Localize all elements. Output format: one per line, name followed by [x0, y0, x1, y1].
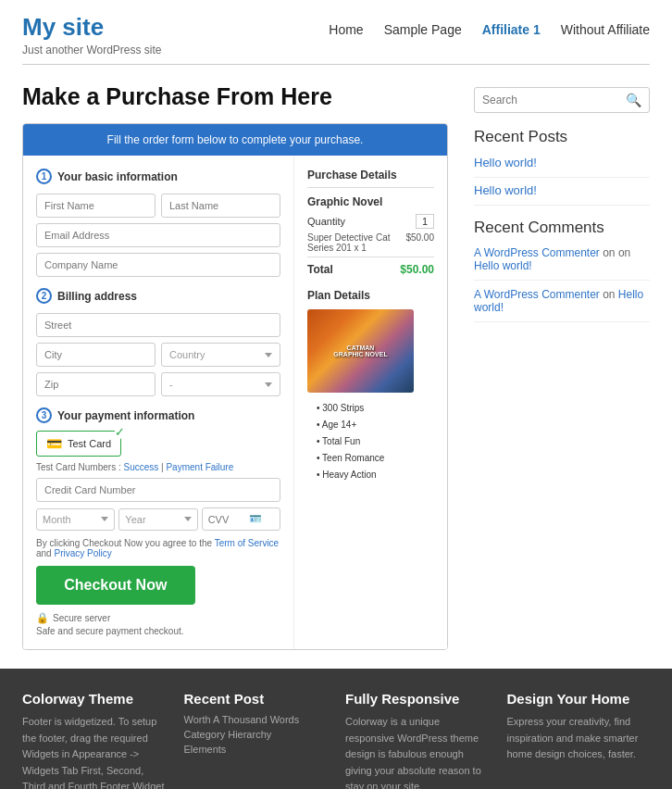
company-input[interactable] [36, 253, 280, 277]
post-link-2[interactable]: Hello world! [474, 183, 650, 206]
secure-desc: Safe and secure payment checkout. [36, 626, 280, 636]
product-name: Graphic Novel [307, 195, 434, 208]
footer-col-4: Design Your Home Express your creativity… [507, 691, 651, 789]
sidebar: 🔍 Recent Posts Hello world! Hello world!… [474, 83, 650, 650]
footer-col-2: Recent Post Worth A Thousand Words Categ… [184, 691, 328, 789]
footer-col1-title: Colorway Theme [22, 691, 166, 707]
item-price: $50.00 [405, 232, 434, 253]
secure-label: Secure server [53, 613, 110, 623]
quantity-label: Quantity [307, 216, 345, 227]
nav-sample-page[interactable]: Sample Page [384, 22, 462, 37]
step1-circle: 1 [36, 169, 52, 184]
comment-post-1[interactable]: Hello world! [474, 259, 532, 272]
search-box: 🔍 [474, 87, 650, 113]
footer-dark: Colorway Theme Footer is widgetized. To … [0, 669, 672, 789]
post-link-1[interactable]: Hello world! [474, 156, 650, 178]
recent-comments-title: Recent Comments [474, 219, 650, 237]
success-link[interactable]: Success [123, 462, 158, 472]
plan-img-overlay: CATMANGRAPHIC NOVEL [333, 344, 387, 357]
plan-features: • 300 Strips • Age 14+ • Total Fun • Tee… [307, 400, 434, 483]
footer-col3-text: Colorway is a unique responsive WordPres… [345, 714, 489, 789]
dash-select[interactable]: - [161, 372, 280, 396]
name-row [36, 194, 280, 218]
total-value: $50.00 [400, 263, 434, 276]
recent-posts-title: Recent Posts [474, 128, 650, 146]
footer-col3-title: Fully Responsive [345, 691, 489, 707]
total-label: Total [307, 263, 333, 276]
comment-1: A WordPress Commenter on on Hello world! [474, 246, 650, 281]
main-nav: Home Sample Page Affiliate 1 Without Aff… [329, 13, 650, 37]
quantity-box: 1 [416, 214, 434, 229]
city-country-row: Country [36, 343, 280, 367]
test-card-info: Test Card Numbers : Success | Payment Fa… [36, 462, 280, 472]
card-badge: 💳 Test Card ✓ [36, 431, 121, 457]
zip-dash-row: - [36, 372, 280, 396]
step1-header: 1 Your basic information [36, 169, 280, 184]
total-row: Total $50.00 [307, 257, 434, 276]
footer-col4-title: Design Your Home [507, 691, 651, 707]
country-select[interactable]: Country [161, 343, 280, 367]
plan-title: Plan Details [307, 289, 434, 302]
month-year-cvv-row: Month Year 🪪 [36, 507, 280, 531]
quantity-row: Quantity 1 [307, 214, 434, 229]
step2-header: 2 Billing address [36, 288, 280, 304]
last-name-input[interactable] [161, 194, 280, 218]
order-form-container: Fill the order form below to complete yo… [22, 123, 448, 650]
form-left: 1 Your basic information 2 Billing addre… [23, 156, 294, 649]
step2-circle: 2 [36, 288, 52, 304]
footer-link-1[interactable]: Worth A Thousand Words [184, 714, 328, 725]
site-tagline: Just another WordPress site [22, 44, 162, 56]
credit-card-input[interactable] [36, 478, 280, 502]
footer-link-3[interactable]: Elements [184, 744, 328, 755]
item-name: Super Detective Cat Series 201 x 1 [307, 232, 405, 253]
site-title: My site [22, 13, 162, 42]
checkmark-icon: ✓ [115, 425, 125, 439]
failure-link[interactable]: Payment Failure [166, 462, 233, 472]
feature-5: • Heavy Action [307, 467, 434, 483]
plan-image: CATMANGRAPHIC NOVEL [307, 309, 414, 393]
month-select[interactable]: Month [36, 508, 115, 531]
comment-on-1: on [603, 246, 615, 259]
search-input[interactable] [482, 94, 626, 106]
step1-label: Your basic information [57, 170, 178, 183]
form-right: Purchase Details Graphic Novel Quantity … [294, 156, 447, 649]
city-input[interactable] [36, 343, 156, 367]
step3-header: 3 Your payment information [36, 407, 280, 423]
cvv-field: 🪪 [202, 507, 280, 531]
item-detail-row: Super Detective Cat Series 201 x 1 $50.0… [307, 232, 434, 253]
main-layout: Make a Purchase From Here Fill the order… [0, 65, 672, 669]
step3-label: Your payment information [57, 409, 194, 422]
cvv-input[interactable] [208, 514, 245, 525]
footer-col2-title: Recent Post [184, 691, 328, 707]
checkout-button[interactable]: Checkout Now [36, 566, 195, 605]
content-area: Make a Purchase From Here Fill the order… [22, 83, 448, 650]
page-title: Make a Purchase From Here [22, 83, 448, 110]
year-select[interactable]: Year [118, 508, 197, 531]
comment-author-2[interactable]: A WordPress Commenter [474, 288, 600, 301]
card-icon: 💳 [46, 436, 62, 451]
nav-without-affiliate[interactable]: Without Affiliate [561, 22, 650, 37]
feature-4: • Teen Romance [307, 450, 434, 467]
terms-link[interactable]: Term of Service [215, 538, 279, 548]
nav-home[interactable]: Home [329, 22, 363, 37]
zip-input[interactable] [36, 372, 156, 396]
email-input[interactable] [36, 223, 280, 247]
comment-on-text-1: on [618, 246, 630, 259]
nav-affiliate1[interactable]: Affiliate 1 [482, 22, 541, 37]
comment-author-1[interactable]: A WordPress Commenter [474, 246, 600, 259]
footer-link-2[interactable]: Category Hierarchy [184, 729, 328, 740]
comment-2: A WordPress Commenter on Hello world! [474, 288, 650, 322]
footer-col1-text: Footer is widgetized. To setup the foote… [22, 714, 166, 789]
feature-1: • 300 Strips [307, 400, 434, 417]
privacy-link[interactable]: Privacy Policy [54, 548, 111, 558]
street-input[interactable] [36, 313, 280, 337]
step2-label: Billing address [57, 290, 137, 303]
lock-icon: 🔒 [36, 612, 49, 624]
card-label: Test Card [68, 438, 111, 449]
secure-badge: 🔒 Secure server [36, 612, 280, 624]
footer-col-3: Fully Responsive Colorway is a unique re… [345, 691, 489, 789]
search-icon[interactable]: 🔍 [626, 93, 641, 107]
feature-2: • Age 14+ [307, 417, 434, 433]
step3-circle: 3 [36, 407, 52, 423]
first-name-input[interactable] [36, 194, 156, 218]
